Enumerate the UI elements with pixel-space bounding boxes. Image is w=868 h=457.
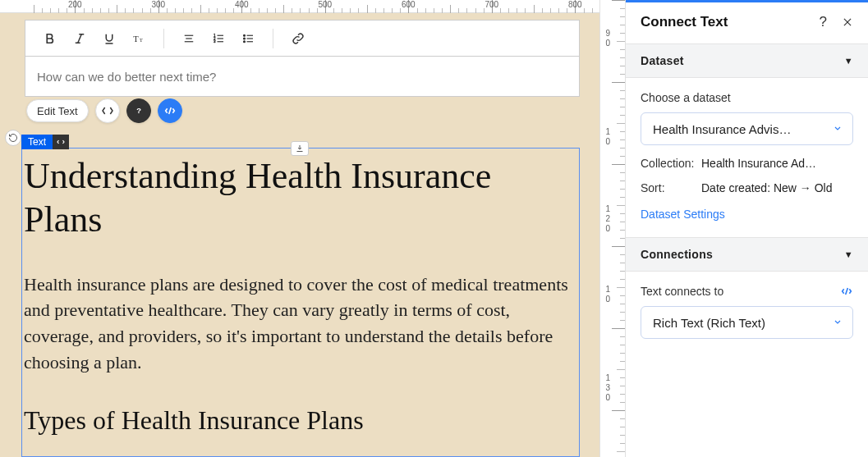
ruler-tick-label: 3: [605, 383, 610, 392]
chevron-down-icon: [833, 316, 843, 330]
link-button[interactable]: [283, 24, 313, 53]
content-subheading: Types of Health Insurance Plans: [24, 405, 577, 436]
ruler-tick-label: 0: [605, 137, 610, 146]
ruler-tick-label: 0: [605, 295, 610, 304]
panel-title: Connect Text: [641, 14, 728, 30]
chevron-down-icon: ▼: [844, 56, 853, 66]
ruler-tick-label: 800: [568, 0, 582, 9]
text-format-toolbar: TT 123: [25, 20, 580, 56]
svg-text:T: T: [140, 36, 144, 42]
help-button[interactable]: ?: [126, 98, 151, 123]
ruler-tick-label: 1: [605, 373, 610, 382]
connect-text-panel: Connect Text ? Dataset ▼ Choose a datase…: [626, 0, 868, 457]
ruler-tick-label: 700: [485, 0, 499, 9]
bold-button[interactable]: [35, 24, 65, 53]
align-button[interactable]: [174, 24, 204, 53]
svg-point-20: [244, 40, 246, 42]
dataset-dropdown[interactable]: Health Insurance Advis…: [641, 112, 853, 145]
connections-section-body: Text connects to Rich Text (Rich Text): [626, 272, 868, 355]
toolbar-divider: [163, 29, 164, 48]
dataset-section-header[interactable]: Dataset ▼: [626, 43, 868, 78]
collection-value: Health Insurance Ad…: [701, 157, 853, 170]
history-button[interactable]: [5, 130, 21, 146]
ruler-tick-label: 1: [605, 127, 610, 136]
ruler-tick-label: 0: [605, 39, 610, 48]
chevron-down-icon: [833, 122, 843, 136]
toolbar-divider: [273, 29, 273, 48]
close-icon[interactable]: [842, 16, 853, 28]
connections-section-header[interactable]: Connections ▼: [626, 237, 868, 272]
numbered-list-button[interactable]: 123: [204, 24, 233, 53]
ruler-tick-label: 500: [319, 0, 333, 9]
collection-label: Collection:: [641, 157, 701, 170]
underline-button[interactable]: [94, 24, 124, 53]
svg-point-19: [244, 38, 246, 39]
ruler-tick-label: 1: [605, 285, 610, 294]
ruler-tick-label: 200: [68, 0, 82, 9]
selection-label: Text: [21, 135, 69, 149]
data-binding-button[interactable]: [158, 98, 182, 123]
feedback-input[interactable]: [25, 56, 580, 97]
ruler-tick-label: 600: [402, 0, 416, 9]
content-body: Health insurance plans are designed to c…: [24, 272, 577, 377]
connects-to-label: Text connects to: [641, 285, 723, 298]
ruler-tick-label: 400: [235, 0, 249, 9]
vertical-ruler: 901012010130: [599, 0, 626, 457]
ruler-tick-label: 0: [605, 393, 610, 402]
ruler-tick-label: 0: [605, 224, 610, 233]
svg-text:T: T: [133, 34, 139, 43]
choose-dataset-label: Choose a dataset: [641, 91, 853, 104]
dataset-section-body: Choose a dataset Health Insurance Advis……: [626, 78, 868, 237]
editor-canvas: 200300400500600700800 TT 123 Edit Tex: [0, 0, 599, 457]
sort-value: Date created: New → Old: [701, 181, 853, 194]
ruler-tick-label: 2: [605, 214, 610, 223]
dataset-settings-link[interactable]: Dataset Settings: [641, 208, 725, 221]
ruler-tick-label: 9: [605, 29, 610, 38]
connect-data-button[interactable]: [95, 98, 120, 123]
horizontal-ruler: 200300400500600700800: [0, 0, 599, 13]
element-action-pills: Edit Text ?: [26, 98, 182, 123]
svg-text:?: ?: [136, 107, 141, 115]
edit-text-button[interactable]: Edit Text: [26, 99, 89, 122]
binding-icon[interactable]: [840, 285, 853, 298]
sort-label: Sort:: [641, 181, 701, 194]
chevron-down-icon: ▼: [844, 249, 853, 259]
help-icon[interactable]: ?: [820, 14, 827, 30]
selection-type-label: Text: [21, 135, 53, 149]
svg-line-0: [78, 34, 82, 43]
bullet-list-button[interactable]: [233, 24, 263, 53]
svg-point-18: [244, 34, 246, 36]
download-button[interactable]: [291, 141, 309, 156]
content-heading: Understanding Health Insurance Plans: [24, 155, 577, 242]
panel-header: Connect Text ?: [626, 2, 868, 43]
italic-button[interactable]: [65, 24, 94, 53]
text-size-button[interactable]: TT: [124, 24, 154, 53]
svg-text:3: 3: [214, 39, 216, 43]
selected-text-element[interactable]: Understanding Health Insurance Plans Hea…: [21, 148, 580, 457]
ruler-tick-label: 1: [605, 204, 610, 213]
selection-binding-icon[interactable]: [53, 135, 69, 149]
connection-field-dropdown[interactable]: Rich Text (Rich Text): [641, 306, 853, 339]
ruler-tick-label: 300: [152, 0, 166, 9]
